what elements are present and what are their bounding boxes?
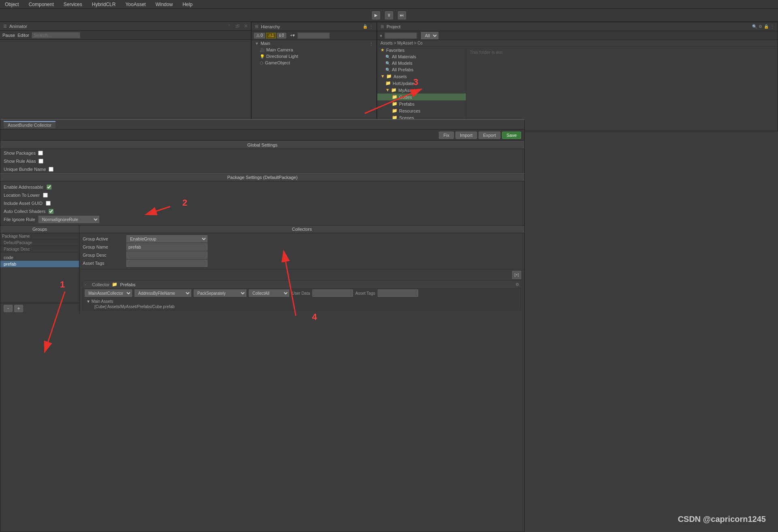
camera-icon: 🎥 [260, 48, 265, 52]
asset-tags-col-input[interactable] [378, 289, 418, 297]
codes-folder[interactable]: 📁 Codes [377, 94, 466, 100]
address-rule-select[interactable]: AddressByFileName [135, 289, 191, 297]
animator-title: Animator [9, 24, 27, 29]
all-materials[interactable]: 🔍 All Materials [377, 53, 466, 60]
ab-tab-active[interactable]: AssetBundle Collector [4, 121, 56, 128]
location-to-lower-checkbox[interactable] [43, 193, 48, 198]
pack-rule-select[interactable]: PackSeparately [194, 289, 246, 297]
collector-type-select[interactable]: MainAssetCollector [85, 289, 132, 297]
collector-path: Prefabs [120, 282, 135, 287]
group-name-row: Group Name [83, 243, 521, 251]
number-1: 1 [60, 279, 65, 290]
menu-yooasset[interactable]: YooAsset [124, 1, 147, 8]
save-button[interactable]: Save [502, 132, 521, 139]
hierarchy-header: ☰ Hierarchy 🔒 ⋮ [252, 22, 376, 31]
collector-settings-icon[interactable]: ⚙ [515, 282, 519, 287]
import-button[interactable]: Import [455, 132, 477, 139]
file-ignore-rule-label: File Ignore Rule [4, 217, 35, 222]
groups-footer: - + [0, 303, 79, 314]
hierarchy-light[interactable]: 💡 Directional Light [252, 53, 376, 60]
project-menu[interactable]: ⋮ [770, 24, 774, 29]
location-to-lower-row: Location To Lower [4, 191, 521, 199]
project-search[interactable] [385, 32, 417, 39]
unique-bundle-name-label: Unique Bundle Name [4, 167, 46, 172]
pause-label[interactable]: Pause [2, 33, 15, 38]
export-button[interactable]: Export [479, 132, 500, 139]
scene-name: Main [261, 41, 270, 46]
animator-search[interactable] [32, 32, 80, 38]
menu-services[interactable]: Services [62, 1, 84, 8]
menu-help[interactable]: Help [181, 1, 194, 8]
resources-folder[interactable]: 📁 Resources [377, 107, 466, 114]
menu-window[interactable]: Window [154, 1, 175, 8]
menu-object[interactable]: Object [3, 1, 21, 8]
ab-panel-header: AssetBundle Collector [0, 120, 524, 130]
group-desc-row: Group Desc [83, 251, 521, 259]
favorites-folder[interactable]: ★ Favorites [377, 47, 466, 53]
remove-group-button[interactable]: - [4, 305, 13, 312]
add-object-btn[interactable]: +▾ [290, 33, 295, 38]
lock-icon: 🔒 [363, 24, 368, 29]
project-tree: ★ Favorites 🔍 All Materials 🔍 All Models… [377, 47, 466, 129]
show-packages-checkbox[interactable] [38, 151, 43, 155]
light-icon: 💡 [260, 54, 265, 59]
myasset-folder[interactable]: ▼ 📁 MyAsset [377, 87, 466, 94]
auto-collect-shaders-checkbox[interactable] [49, 209, 53, 214]
hierarchy-gameobject[interactable]: ⬡ GameObject [252, 60, 376, 66]
file-ignore-rule-select[interactable]: NormalIgnoreRule [38, 216, 99, 223]
menu-component[interactable]: Component [27, 1, 56, 8]
search-icon-prefabs: 🔍 [385, 68, 390, 72]
add-group-button[interactable]: + [14, 305, 23, 312]
groups-list: code prefab [0, 253, 79, 303]
hierarchy-camera[interactable]: 🎥 Main Camera [252, 47, 376, 53]
hotupdate-folder[interactable]: 📁 HotUpdate [377, 80, 466, 87]
play-button[interactable]: ▶ [372, 11, 380, 19]
collapse-icon[interactable]: - [85, 282, 90, 287]
show-packages-label: Show Packages [4, 151, 36, 155]
filter-rule-select[interactable]: CollectAll [249, 289, 289, 297]
folder-icon: 📁 [112, 282, 118, 287]
user-data-input[interactable] [312, 289, 353, 297]
group-active-select[interactable]: EnableGroup [126, 235, 207, 243]
collector-label-text: Collector [92, 282, 109, 287]
light-label: Directional Light [266, 54, 298, 59]
all-models[interactable]: 🔍 All Models [377, 60, 466, 66]
group-item-code[interactable]: code [0, 254, 79, 261]
include-asset-guid-checkbox[interactable] [46, 201, 51, 206]
hierarchy-scene[interactable]: ▼ Main ⋮ [252, 40, 376, 47]
show-rule-alias-row: Show Rule Alias [0, 157, 524, 165]
add-collector-button[interactable]: [+] [512, 271, 521, 279]
scene-menu[interactable]: ⋮ [369, 41, 373, 46]
number-4: 4 [312, 312, 317, 322]
group-desc-input[interactable] [126, 251, 207, 259]
all-prefabs-label: All Prefabs [392, 67, 413, 72]
group-item-prefab[interactable]: prefab [0, 261, 79, 267]
step-button[interactable]: ⏭ [398, 11, 406, 19]
asset-tags-input[interactable] [126, 260, 207, 267]
pause-button[interactable]: ⏸ [385, 11, 393, 19]
collector-add-area: [+] [83, 271, 521, 279]
unique-bundle-name-checkbox[interactable] [49, 167, 53, 172]
enable-addressable-checkbox[interactable] [47, 185, 51, 189]
project-filter[interactable]: All [421, 32, 438, 39]
project-toolbar: + All [377, 31, 778, 40]
hierarchy-search[interactable] [297, 32, 330, 39]
add-asset-btn[interactable]: + [380, 33, 382, 38]
fix-button[interactable]: Fix [439, 132, 454, 139]
editor-label[interactable]: Editor [17, 33, 29, 38]
show-rule-alias-checkbox[interactable] [38, 159, 43, 164]
package-desc-label: Package Desc [4, 247, 30, 251]
menu-hybridclr[interactable]: HybridCLR [90, 1, 118, 8]
all-prefabs[interactable]: 🔍 All Prefabs [377, 66, 466, 73]
group-name-input[interactable] [126, 243, 207, 251]
project-icon1: 🔍 [752, 24, 757, 29]
error-counter: ⚠0 [254, 33, 265, 38]
auto-collect-shaders-label: Auto Collect Shaders [4, 209, 45, 214]
myasset-label: MyAsset [398, 88, 415, 93]
hierarchy-toolbar: ⚠0 ⚠1 ℹ0 +▾ [252, 31, 376, 40]
prefabs-folder[interactable]: 📁 Prefabs [377, 100, 466, 107]
file-ignore-rule-row: File Ignore Rule NormalIgnoreRule [4, 215, 521, 223]
hierarchy-menu-icon[interactable]: ⋮ [369, 24, 373, 29]
auto-collect-shaders-row: Auto Collect Shaders [4, 207, 521, 215]
assets-root[interactable]: ▼ 📁 Assets [377, 73, 466, 80]
